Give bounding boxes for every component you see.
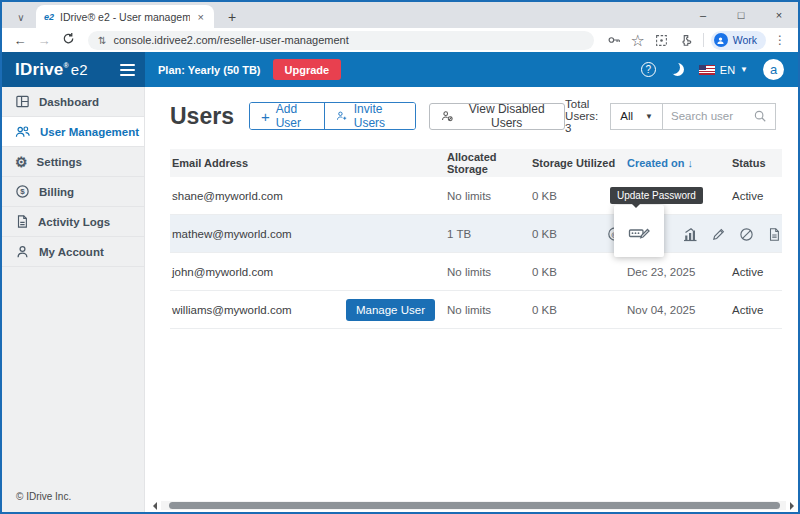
bookmark-star-icon[interactable]: ☆: [628, 31, 648, 50]
upgrade-button[interactable]: Upgrade: [273, 59, 342, 80]
table-row[interactable]: mathew@myworld.com 1 TB 0 KB @: [170, 215, 782, 253]
browser-toolbar: ← → ⇅ console.idrivee2.com/reseller-user…: [2, 28, 798, 52]
column-header-storage-utilized: Storage Utilized: [532, 157, 627, 169]
sidebar-item-settings[interactable]: ⚙ Settings: [2, 147, 144, 177]
allocated-storage: 1 TB: [447, 228, 532, 240]
scroll-left-icon[interactable]: [153, 502, 157, 510]
logs-icon[interactable]: [767, 227, 781, 242]
sidebar-item-activity-logs[interactable]: Activity Logs: [2, 207, 144, 237]
browser-tab[interactable]: e2 IDrive® e2 - User management ×: [36, 5, 214, 28]
created-on: Dec 23, 2025: [627, 266, 732, 278]
scrollbar-thumb[interactable]: [169, 502, 780, 509]
scrollbar-track[interactable]: [161, 501, 786, 510]
language-selector[interactable]: EN ▼: [699, 64, 748, 76]
browser-window: ∨ e2 IDrive® e2 - User management × + – …: [0, 0, 800, 514]
close-button[interactable]: ×: [760, 2, 798, 28]
tab-search-chevron-icon[interactable]: ∨: [8, 6, 34, 28]
password-manager-icon[interactable]: [604, 33, 624, 47]
user-email: shane@myworld.com: [170, 190, 447, 202]
disable-icon[interactable]: [739, 227, 754, 242]
new-tab-button[interactable]: +: [220, 6, 244, 28]
status-badge: Active: [732, 266, 782, 278]
allocated-storage: No limits: [447, 304, 532, 316]
plus-icon: +: [261, 108, 270, 125]
activity-logs-icon: [15, 214, 29, 229]
logo-panel: IDrive®e2: [2, 52, 145, 87]
site-info-icon[interactable]: ⇅: [98, 35, 106, 46]
update-password-button[interactable]: [614, 205, 664, 257]
language-label: EN: [720, 64, 735, 76]
window-controls: – □ ×: [684, 2, 798, 28]
sidebar-item-dashboard[interactable]: Dashboard: [2, 87, 144, 117]
help-icon[interactable]: ?: [641, 62, 656, 77]
toolbar-divider: [703, 33, 704, 47]
table-row[interactable]: williams@myworld.com Manage User No limi…: [170, 291, 782, 329]
account-avatar[interactable]: a: [763, 59, 784, 80]
sidebar-item-user-management[interactable]: User Management: [2, 117, 144, 147]
maximize-button[interactable]: □: [722, 2, 760, 28]
profile-avatar: [714, 33, 728, 47]
search-box: [662, 103, 776, 130]
gear-icon: ⚙: [15, 155, 28, 169]
add-user-button[interactable]: + Add User: [250, 103, 324, 129]
idrive-e2-logo: IDrive®e2: [15, 60, 88, 80]
sidebar: Dashboard User Management ⚙ Settings $ B…: [2, 87, 145, 512]
url-bar[interactable]: ⇅ console.idrivee2.com/reseller-user-man…: [88, 31, 594, 50]
update-password-icon: [628, 222, 650, 240]
storage-usage-icon[interactable]: [682, 226, 698, 242]
user-email: mathew@myworld.com: [170, 228, 447, 240]
back-icon[interactable]: ←: [10, 33, 30, 48]
screenshot-icon[interactable]: [652, 34, 672, 47]
person-icon: [15, 244, 30, 259]
dark-mode-moon-icon[interactable]: [671, 63, 684, 76]
created-on: Nov 04, 2025: [627, 304, 732, 316]
svg-text:$: $: [20, 187, 25, 196]
allocated-storage: No limits: [447, 190, 532, 202]
profile-name: Work: [733, 34, 757, 46]
user-actions-button-group: + Add User Invite Users: [249, 102, 416, 130]
extensions-icon[interactable]: [676, 33, 696, 47]
app-header: IDrive®e2 Plan: Yearly (50 TB) Upgrade ?…: [2, 52, 798, 87]
user-filter-dropdown[interactable]: All ▼: [610, 103, 663, 130]
hamburger-menu-icon[interactable]: [120, 64, 135, 76]
sort-descending-icon: ↓: [688, 157, 694, 169]
tab-close-icon[interactable]: ×: [196, 11, 206, 23]
main-content: Users + Add User Invite Users View Disab…: [145, 87, 798, 512]
status-badge: Active: [732, 190, 782, 202]
sidebar-item-billing[interactable]: $ Billing: [2, 177, 144, 207]
chevron-down-icon: ▼: [740, 65, 748, 74]
disabled-user-icon: [441, 109, 454, 123]
tab-favicon: e2: [44, 12, 54, 22]
copyright-text: © IDrive Inc.: [16, 491, 71, 502]
users-icon: [15, 124, 31, 139]
minimize-button[interactable]: –: [684, 2, 722, 28]
column-header-status: Status: [732, 157, 782, 169]
status-badge: Active: [732, 304, 782, 316]
edit-icon[interactable]: [711, 227, 726, 242]
sidebar-item-my-account[interactable]: My Account: [2, 237, 144, 267]
dashboard-icon: [15, 94, 30, 109]
invite-users-button[interactable]: Invite Users: [324, 103, 415, 129]
invite-user-icon: [336, 109, 348, 123]
forward-icon[interactable]: →: [34, 33, 54, 48]
scroll-right-icon[interactable]: [790, 502, 794, 510]
total-users-count: Total Users: 3: [565, 98, 598, 134]
billing-icon: $: [15, 184, 30, 199]
row-actions: @: [607, 215, 770, 253]
table-header-row: Email Address Allocated Storage Storage …: [170, 149, 782, 177]
tab-title: IDrive® e2 - User management: [60, 11, 190, 23]
browser-profile[interactable]: Work: [711, 31, 766, 50]
search-icon: [753, 109, 767, 123]
table-row[interactable]: john@myworld.com No limits 0 KB Dec 23, …: [170, 253, 782, 291]
manage-user-button[interactable]: Manage User: [346, 299, 435, 321]
users-table: Email Address Allocated Storage Storage …: [170, 149, 782, 329]
search-input[interactable]: [671, 110, 753, 122]
reload-icon[interactable]: [58, 32, 78, 48]
horizontal-scrollbar[interactable]: [153, 501, 794, 510]
us-flag-icon: [699, 65, 715, 75]
column-header-created-on[interactable]: Created on ↓: [627, 157, 732, 169]
browser-menu-icon[interactable]: ⋮: [770, 33, 790, 47]
view-disabled-users-button[interactable]: View Disabled Users: [429, 103, 565, 130]
column-header-allocated-storage: Allocated Storage: [447, 151, 532, 175]
header-right: ? EN ▼ a: [641, 59, 798, 80]
